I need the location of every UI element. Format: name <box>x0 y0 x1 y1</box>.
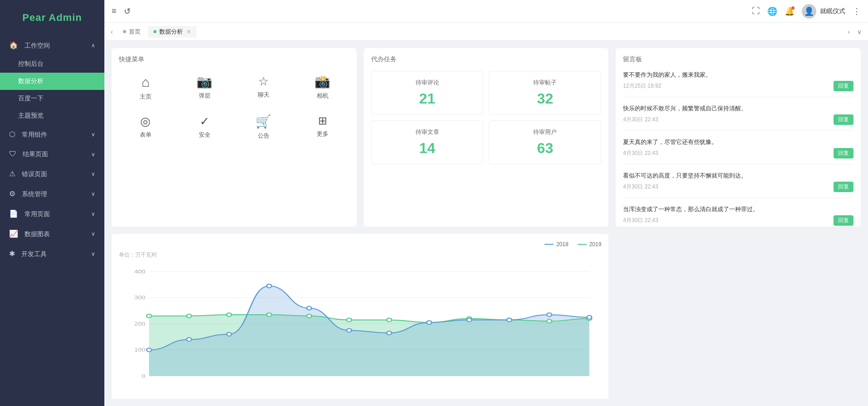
quick-item-notice[interactable]: 🛒 公告 <box>237 111 290 144</box>
legend-2018: 2018 <box>544 241 569 248</box>
msg-footer-1: 12月25日 19:92 回复 <box>623 81 853 91</box>
user-name: 就眠仪式 <box>820 7 845 15</box>
todo-card-user: 待审用户 63 <box>489 120 601 164</box>
msg-time-1: 12月25日 19:92 <box>623 82 661 90</box>
sidebar-item-theme-label: 主题预览 <box>18 112 44 119</box>
quick-item-home[interactable]: ⌂ 主页 <box>119 71 172 105</box>
sidebar-group-error-pages[interactable]: ⚠ 错误页面 ∨ <box>0 164 104 184</box>
quick-item-form[interactable]: ◎ 表单 <box>119 111 172 144</box>
msg-item-1: 要不要作为我的家人，搬来我家。 12月25日 19:92 回复 <box>623 71 853 97</box>
user-info[interactable]: 👤 就眠仪式 <box>802 4 845 19</box>
tab-home[interactable]: 首页 <box>118 26 146 38</box>
svg-point-20 <box>547 319 552 323</box>
svg-point-23 <box>186 338 191 342</box>
quick-item-more[interactable]: ⊞ 更多 <box>296 111 349 144</box>
legend-2019: 2019 <box>578 241 602 248</box>
svg-point-12 <box>227 313 232 317</box>
sidebar-item-data-analysis[interactable]: 数据分析 <box>0 73 104 90</box>
quick-notice-label: 公告 <box>258 132 270 140</box>
tab-prev-btn[interactable]: ‹ <box>108 28 116 35</box>
avatar: 👤 <box>802 4 816 19</box>
svg-point-29 <box>427 321 432 324</box>
todo-grid: 待审评论 21 待审帖子 32 待审文章 14 待审用户 63 <box>371 71 602 164</box>
quick-menu-title: 快捷菜单 <box>119 55 349 64</box>
msg-time-5: 4月30日 22:43 <box>623 217 658 224</box>
quick-item-security[interactable]: ✓ 安全 <box>178 111 231 144</box>
sidebar-item-dashboard-label: 控制后台 <box>18 60 44 67</box>
msg-footer-4: 4月30日 22:43 回复 <box>623 182 853 192</box>
header-right: ⛶ 🌐 🔔 👤 就眠仪式 ⋮ <box>752 4 861 19</box>
data-charts-icon: 📈 <box>9 230 18 238</box>
svg-point-11 <box>186 314 191 318</box>
todo-comment-label: 待审评论 <box>416 79 439 87</box>
legend-2019-line <box>578 244 587 245</box>
camera2-icon: 📷 <box>196 75 212 88</box>
sidebar-group-workspace-label: 工作空间 <box>25 42 50 49</box>
msg-reply-btn-4[interactable]: 回复 <box>834 182 853 192</box>
msg-board-title: 留言板 <box>623 55 853 64</box>
tab-data-analysis[interactable]: 数据分析 ✕ <box>148 26 196 38</box>
sys-manage-icon: ⚙ <box>9 190 15 198</box>
fullscreen-icon[interactable]: ⛶ <box>752 6 760 16</box>
sidebar-item-dashboard[interactable]: 控制后台 <box>0 55 104 73</box>
todo-card-comment: 待审评论 21 <box>371 71 484 115</box>
msg-text-5: 当浑浊变成了一种常态，那么清白就成了一种罪过。 <box>623 205 853 213</box>
main-content: ≡ ↺ ⛶ 🌐 🔔 👤 就眠仪式 ⋮ ‹ 首页 <box>104 0 868 406</box>
error-pages-arrow: ∨ <box>91 171 95 177</box>
sidebar-group-error-pages-label: 错误页面 <box>22 170 47 178</box>
legend-2018-line <box>544 244 554 245</box>
sidebar-item-baidu[interactable]: 百度一下 <box>0 90 104 107</box>
svg-point-33 <box>587 316 592 319</box>
sidebar-group-common-pages[interactable]: 📄 常用页面 ∨ <box>0 204 104 224</box>
sidebar-group-dev-tools[interactable]: ✱ 开发工具 ∨ <box>0 244 104 264</box>
collapse-icon[interactable]: ≡ <box>112 6 117 16</box>
svg-point-15 <box>347 318 352 322</box>
svg-point-24 <box>227 332 232 336</box>
todo-user-value: 63 <box>537 140 554 157</box>
quick-item-popup[interactable]: 📷 弹层 <box>178 71 231 105</box>
data-charts-arrow: ∨ <box>91 231 95 237</box>
msg-reply-btn-3[interactable]: 回复 <box>834 148 853 158</box>
msg-reply-btn-2[interactable]: 回复 <box>834 114 853 125</box>
svg-text:300: 300 <box>134 295 145 301</box>
sidebar-group-result-pages[interactable]: 🛡 结果页面 ∨ <box>0 144 104 164</box>
more-icon[interactable]: ⋮ <box>853 6 861 16</box>
common-pages-icon: 📄 <box>9 210 18 218</box>
dev-tools-arrow: ∨ <box>91 251 95 257</box>
msg-reply-btn-1[interactable]: 回复 <box>834 81 853 91</box>
sidebar-group-sys-manage[interactable]: ⚙ 系统管理 ∨ <box>0 184 104 204</box>
chart-panel: 2018 2019 单位：万千瓦时 0100200300400 <box>112 234 608 399</box>
msg-reply-btn-5[interactable]: 回复 <box>834 215 853 226</box>
notification-wrapper[interactable]: 🔔 <box>785 6 794 16</box>
quick-more-label: 更多 <box>317 130 329 138</box>
message-board-panel: 留言板 要不要作为我的家人，搬来我家。 12月25日 19:92 回复 快乐的时… <box>616 48 861 227</box>
tab-expand-btn[interactable]: ∨ <box>854 28 864 35</box>
msg-text-1: 要不要作为我的家人，搬来我家。 <box>623 71 853 79</box>
tab-data-analysis-dot <box>153 30 157 33</box>
sidebar-item-theme[interactable]: 主题预览 <box>0 107 104 124</box>
common-components-icon: ⬡ <box>9 130 15 138</box>
todo-post-label: 待审帖子 <box>533 79 557 87</box>
sidebar-group-common-components[interactable]: ⬡ 常用组件 ∨ <box>0 124 104 144</box>
refresh-icon[interactable]: ↺ <box>124 6 131 16</box>
legend-2018-label: 2018 <box>556 241 569 248</box>
tabs: ‹ 首页 数据分析 ✕ › ∨ <box>104 23 868 41</box>
line-chart: 0100200300400 <box>119 262 601 390</box>
quick-item-camera[interactable]: 📸 相机 <box>296 71 349 105</box>
msg-item-3: 夏天真的来了，尽管它还有些犹豫。 4月30日 22:43 回复 <box>623 138 853 164</box>
common-pages-arrow: ∨ <box>91 211 95 217</box>
tab-data-analysis-label: 数据分析 <box>159 28 183 36</box>
svg-point-16 <box>387 318 392 322</box>
dev-tools-icon: ✱ <box>9 250 15 257</box>
todo-user-label: 待审用户 <box>533 128 557 136</box>
msg-time-3: 4月30日 22:43 <box>623 149 658 157</box>
sidebar-group-common-pages-label: 常用页面 <box>25 210 50 218</box>
quick-form-label: 表单 <box>140 131 152 139</box>
sidebar-group-data-charts[interactable]: 📈 数据图表 ∨ <box>0 224 104 244</box>
sidebar-group-workspace[interactable]: 🏠 工作空间 ∧ <box>0 35 104 55</box>
lang-icon[interactable]: 🌐 <box>767 6 777 16</box>
tab-data-analysis-close[interactable]: ✕ <box>186 29 191 35</box>
tab-next-btn[interactable]: › <box>845 28 853 35</box>
svg-point-27 <box>347 328 352 332</box>
quick-item-chat[interactable]: ☆ 聊天 <box>237 71 290 105</box>
